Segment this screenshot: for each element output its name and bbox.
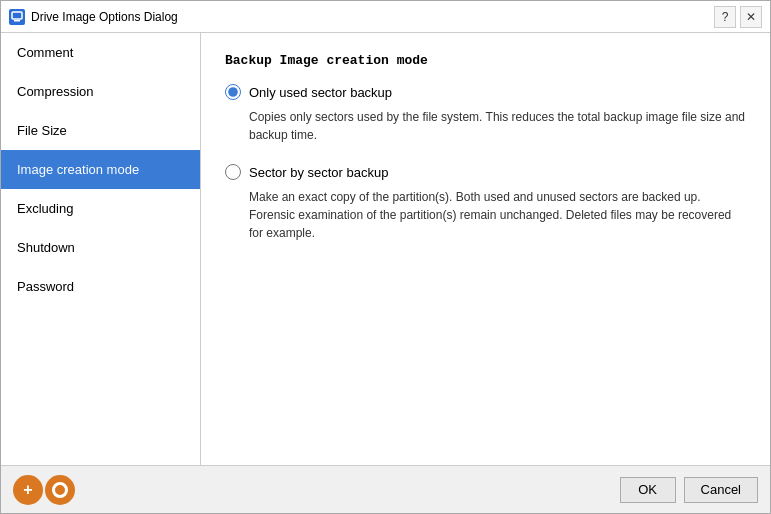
svg-rect-1 [14, 20, 20, 22]
option1-radio[interactable] [225, 84, 241, 100]
app-icon [9, 9, 25, 25]
sidebar: CommentCompressionFile SizeImage creatio… [1, 33, 201, 465]
option-group-2: Sector by sector backup Make an exact co… [225, 164, 746, 242]
footer: + OK Cancel [1, 465, 770, 513]
content-area: CommentCompressionFile SizeImage creatio… [1, 33, 770, 465]
sidebar-item-shutdown[interactable]: Shutdown [1, 228, 200, 267]
ok-button[interactable]: OK [620, 477, 676, 503]
option-group-1: Only used sector backup Copies only sect… [225, 84, 746, 144]
help-button[interactable]: ? [714, 6, 736, 28]
sidebar-item-password[interactable]: Password [1, 267, 200, 306]
logo-circle2 [45, 475, 75, 505]
option2-description: Make an exact copy of the partition(s). … [249, 188, 746, 242]
main-panel: Backup Image creation mode Only used sec… [201, 33, 770, 465]
cancel-button[interactable]: Cancel [684, 477, 758, 503]
main-window: Drive Image Options Dialog ? ✕ CommentCo… [0, 0, 771, 514]
option1-label[interactable]: Only used sector backup [225, 84, 746, 100]
window-controls: ? ✕ [714, 6, 762, 28]
sidebar-item-file-size[interactable]: File Size [1, 111, 200, 150]
option2-text: Sector by sector backup [249, 165, 388, 180]
sidebar-item-image-creation-mode[interactable]: Image creation mode [1, 150, 200, 189]
section-title: Backup Image creation mode [225, 53, 746, 68]
option2-label[interactable]: Sector by sector backup [225, 164, 746, 180]
sidebar-item-excluding[interactable]: Excluding [1, 189, 200, 228]
footer-logo-area: + [13, 475, 75, 505]
option2-radio[interactable] [225, 164, 241, 180]
sidebar-item-comment[interactable]: Comment [1, 33, 200, 72]
window-title: Drive Image Options Dialog [31, 10, 714, 24]
option1-description: Copies only sectors used by the file sys… [249, 108, 746, 144]
close-button[interactable]: ✕ [740, 6, 762, 28]
sidebar-item-compression[interactable]: Compression [1, 72, 200, 111]
svg-rect-0 [12, 12, 22, 19]
option1-text: Only used sector backup [249, 85, 392, 100]
title-bar: Drive Image Options Dialog ? ✕ [1, 1, 770, 33]
logo-circle1: + [13, 475, 43, 505]
